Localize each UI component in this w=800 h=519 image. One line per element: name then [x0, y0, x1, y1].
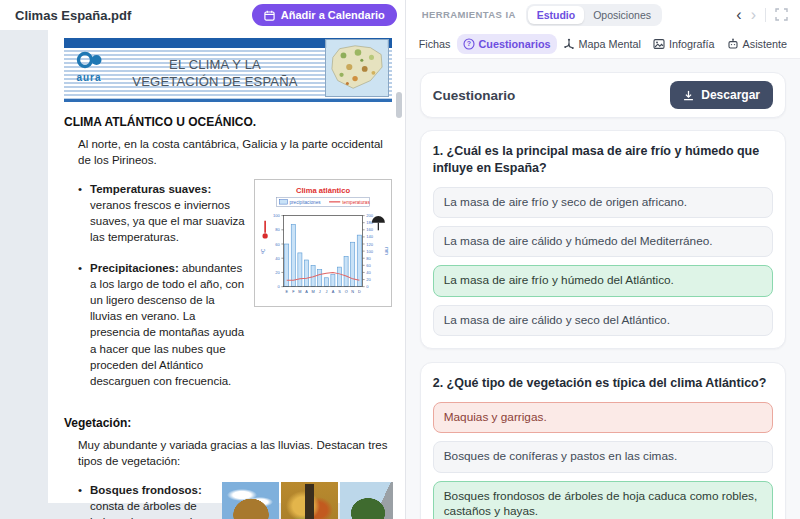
nav-icons: ‹ › — [736, 7, 788, 23]
tree-image — [340, 482, 397, 519]
answer-option[interactable]: La masa de aire cálido y húmedo del Medi… — [433, 226, 773, 257]
ai-tools-panel: HERRAMIENTAS IA EstudioOposiciones ‹ › F… — [405, 0, 800, 519]
question-circle-icon: ? — [463, 38, 475, 50]
answer-option[interactable]: Bosques de coníferas y pastos en las cim… — [433, 441, 773, 472]
quiz-header-card: Cuestionario Descargar — [420, 72, 786, 118]
svg-text:ºC: ºC — [261, 248, 266, 254]
answer-option[interactable]: Maquias y garrigas. — [433, 402, 773, 433]
svg-text:M: M — [312, 289, 315, 293]
svg-text:A: A — [332, 289, 335, 293]
bullet-item: Precipitaciones: abundantes a los largo … — [78, 260, 246, 389]
add-to-calendar-label: Añadir a Calendario — [281, 9, 385, 21]
climate-row: Temperaturas suaves: veranos frescos e i… — [66, 179, 392, 404]
svg-text:E: E — [285, 289, 288, 293]
download-label: Descargar — [701, 88, 760, 102]
quiz-content: Cuestionario Descargar 1. ¿Cuál es la pr… — [406, 59, 800, 519]
tab-label: Infografía — [669, 38, 715, 50]
tools-title: HERRAMIENTAS IA — [422, 9, 516, 20]
answer-option[interactable]: La masa de aire frío y seco de origen af… — [433, 187, 773, 218]
tab-cuestionarios[interactable]: ?Cuestionarios — [457, 34, 557, 54]
tab-infografía[interactable]: Infografía — [647, 34, 721, 54]
tree-image — [281, 482, 338, 519]
segment-oposiciones[interactable]: Oposiciones — [584, 6, 660, 24]
vegetation-intro: Muy abundante y variada gracias a las ll… — [78, 438, 392, 470]
add-to-calendar-button[interactable]: Añadir a Calendario — [252, 4, 397, 26]
svg-text:80: 80 — [275, 227, 280, 232]
svg-text:100: 100 — [366, 248, 374, 253]
tab-label: Fichas — [419, 38, 451, 50]
calendar-icon — [264, 10, 275, 21]
tab-label: Mapa Mental — [579, 38, 641, 50]
tab-label: Asistente — [743, 38, 787, 50]
svg-text:J: J — [325, 289, 327, 293]
spain-map-image — [325, 39, 389, 97]
chevron-right-icon[interactable]: › — [751, 7, 756, 23]
bullet-item: Temperaturas suaves: veranos frescos e i… — [78, 181, 246, 245]
pdf-scrollbar-thumb[interactable] — [396, 92, 402, 118]
divider — [765, 8, 766, 22]
svg-text:M: M — [298, 289, 301, 293]
svg-text:200: 200 — [366, 213, 374, 218]
svg-text:60: 60 — [275, 241, 280, 246]
questions-list: 1. ¿Cuál es la principal masa de aire fr… — [420, 130, 786, 519]
svg-text:20: 20 — [275, 270, 280, 275]
svg-text:140: 140 — [366, 234, 374, 239]
intro-paragraph: Al norte, en la costa cantábrica, Galici… — [78, 137, 392, 169]
question-text: 1. ¿Cuál es la principal masa de aire fr… — [433, 143, 773, 177]
vegetation-heading: Vegetación: — [64, 416, 392, 430]
aura-logo-icon — [72, 51, 106, 69]
pdf-topbar: Climas España.pdf Añadir a Calendario — [0, 0, 405, 30]
assistant-icon — [727, 38, 739, 50]
svg-text:A: A — [305, 289, 308, 293]
pdf-viewport[interactable]: aura EL CLIMA Y LA VEGETACIÓN DE ESPAÑA — [0, 30, 405, 519]
tab-fichas[interactable]: Fichas — [413, 34, 457, 54]
svg-text:O: O — [345, 289, 348, 293]
document-title-line2: VEGETACIÓN DE ESPAÑA — [110, 74, 320, 91]
svg-text:120: 120 — [366, 241, 374, 246]
svg-text:160: 160 — [366, 227, 374, 232]
svg-text:40: 40 — [275, 255, 280, 260]
document-title-line1: EL CLIMA Y LA — [110, 57, 320, 74]
svg-text:100: 100 — [273, 213, 281, 218]
pdf-page: aura EL CLIMA Y LA VEGETACIÓN DE ESPAÑA — [48, 30, 405, 503]
tools-header: HERRAMIENTAS IA EstudioOposiciones ‹ › — [406, 0, 800, 29]
climate-bullets: Temperaturas suaves: veranos frescos e i… — [66, 181, 246, 404]
svg-text:60: 60 — [366, 263, 371, 268]
question-text: 2. ¿Qué tipo de vegetación es típica del… — [433, 375, 773, 392]
tab-asistente[interactable]: Asistente — [721, 34, 793, 54]
image-icon — [653, 38, 665, 50]
svg-text:Clima atlántico: Clima atlántico — [296, 186, 350, 195]
pdf-scrollbar-track[interactable] — [393, 30, 405, 519]
svg-text:?: ? — [466, 40, 470, 47]
aura-logo: aura — [72, 51, 106, 83]
svg-text:F: F — [292, 289, 295, 293]
section-heading: CLIMA ATLÁNTICO U OCEÁNICO. — [64, 115, 392, 129]
answer-option[interactable]: La masa de aire frío y húmedo del Atlánt… — [433, 265, 773, 296]
answer-option[interactable]: La masa de aire cálido y seco del Atlánt… — [433, 305, 773, 336]
segment-estudio[interactable]: Estudio — [528, 6, 585, 24]
tab-label: Cuestionarios — [479, 38, 551, 50]
svg-text:20: 20 — [366, 277, 371, 282]
tab-mapa-mental[interactable]: Mapa Mental — [557, 34, 647, 54]
svg-text:0: 0 — [366, 284, 369, 289]
tree-photo-roble: ROBLE — [340, 482, 397, 519]
mode-toggle: EstudioOposiciones — [526, 4, 662, 26]
svg-text:precipitaciones: precipitaciones — [289, 200, 321, 205]
bullet-item: Bosques frondosos: consta de árboles de … — [78, 482, 216, 519]
svg-text:0: 0 — [278, 284, 281, 289]
tree-image — [222, 482, 279, 519]
expand-icon[interactable] — [775, 8, 788, 21]
svg-text:D: D — [358, 289, 361, 293]
chevron-left-icon[interactable]: ‹ — [736, 7, 741, 23]
download-button[interactable]: Descargar — [670, 81, 773, 109]
tree-photo-castaño: CASTAÑO — [281, 482, 338, 519]
question-card-2: 2. ¿Qué tipo de vegetación es típica del… — [420, 362, 786, 519]
svg-text:80: 80 — [366, 255, 371, 260]
app-window: Climas España.pdf Añadir a Calendario au… — [0, 0, 800, 519]
aura-logo-text: aura — [72, 73, 106, 83]
document-banner: aura EL CLIMA Y LA VEGETACIÓN DE ESPAÑA — [64, 38, 392, 102]
svg-text:N: N — [351, 289, 354, 293]
answer-option[interactable]: Bosques frondosos de árboles de hoja cad… — [433, 481, 773, 519]
tool-tabs: Fichas?CuestionariosMapa MentalInfografí… — [406, 29, 800, 59]
svg-text:S: S — [338, 289, 341, 293]
